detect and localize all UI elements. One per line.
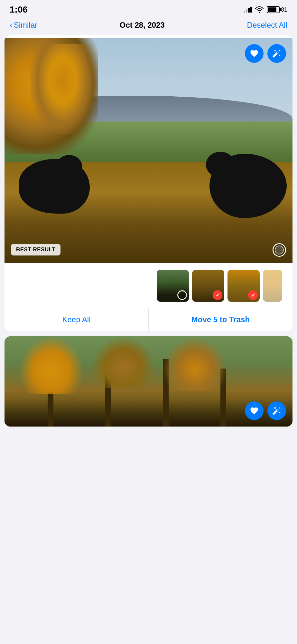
partial-card-actions — [245, 401, 286, 420]
thumbnail-2[interactable] — [192, 270, 224, 302]
action-row: Keep All Move 5 to Trash — [5, 308, 292, 331]
selection-circle-main[interactable] — [273, 243, 286, 257]
thumb-image-4 — [263, 270, 282, 302]
back-label: Similar — [14, 21, 37, 30]
second-card — [5, 336, 292, 427]
status-bar: 1:06 81 — [0, 0, 297, 17]
thumb-selection-3[interactable] — [248, 290, 258, 300]
magic-wand-button[interactable] — [267, 44, 286, 63]
partial-magic-button[interactable] — [267, 401, 286, 420]
thumbnail-1[interactable] — [157, 270, 189, 302]
keep-all-button[interactable]: Keep All — [5, 308, 149, 331]
nav-bar: ‹ Similar Oct 28, 2023 Deselect All — [0, 17, 297, 35]
best-result-badge: BEST RESULT — [11, 244, 60, 255]
dog-head-right — [206, 152, 235, 178]
magic-wand-icon-partial — [272, 406, 281, 415]
magic-wand-icon — [272, 49, 281, 58]
thumbnail-4[interactable] — [263, 270, 282, 302]
signal-icon — [244, 7, 252, 13]
tree-canopy-center — [30, 44, 95, 134]
status-time: 1:06 — [10, 5, 28, 15]
partial-canopy-1 — [19, 336, 83, 394]
main-photo: BEST RESULT — [5, 38, 292, 263]
chevron-left-icon: ‹ — [10, 20, 13, 30]
thumb-selection-1[interactable] — [177, 290, 187, 300]
thumb-selection-2[interactable] — [213, 290, 222, 300]
selection-circle-inner — [275, 245, 284, 255]
battery-icon: 81 — [267, 6, 287, 13]
deselect-all-button[interactable]: Deselect All — [247, 21, 287, 30]
partial-canopy-3 — [163, 336, 227, 391]
main-card: BEST RESULT — [5, 35, 292, 331]
partial-photo — [5, 336, 292, 427]
nav-title: Oct 28, 2023 — [120, 21, 165, 30]
partial-heart-button[interactable] — [245, 401, 264, 420]
thumbnails-section — [5, 263, 292, 304]
move-to-trash-button[interactable]: Move 5 to Trash — [149, 308, 292, 331]
status-icons: 81 — [244, 6, 287, 13]
heart-icon-partial — [250, 406, 259, 415]
photo-container: BEST RESULT — [5, 35, 292, 331]
dog-head-left — [56, 155, 82, 178]
wifi-icon — [255, 6, 264, 13]
heart-button[interactable] — [245, 44, 264, 63]
thumbnails-scroll — [157, 270, 282, 302]
back-button[interactable]: ‹ Similar — [10, 20, 37, 30]
photo-action-buttons — [245, 44, 286, 63]
heart-icon — [250, 49, 259, 58]
partial-canopy-2 — [91, 336, 155, 388]
thumbnail-3[interactable] — [227, 270, 260, 302]
